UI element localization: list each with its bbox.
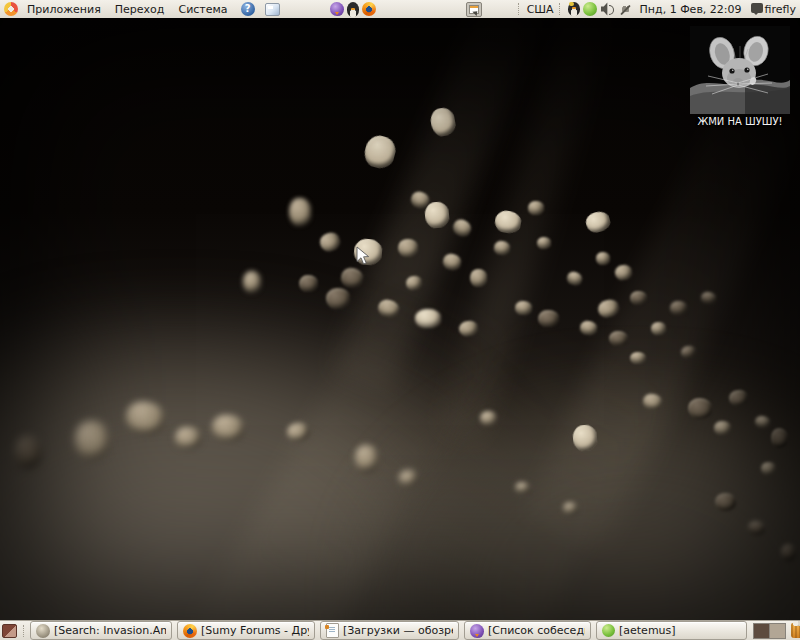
wallpaper-stone <box>353 238 383 266</box>
wallpaper-stone <box>429 106 457 138</box>
taskbar-window-label: [Search: Invasion.America ... <box>54 624 166 637</box>
wallpaper-stone <box>537 237 551 249</box>
wallpaper-stone <box>754 415 771 429</box>
display-icon[interactable] <box>265 3 280 16</box>
taskbar-window-4[interactable]: [Список собеседников] <box>464 621 591 640</box>
chat-bubble-icon <box>751 3 763 13</box>
wallpaper-stone <box>596 252 610 265</box>
menu-places[interactable]: Переход <box>108 2 172 17</box>
wallpaper-stone <box>211 414 245 443</box>
wallpaper-stone <box>450 217 474 240</box>
wallpaper-stone <box>325 286 351 309</box>
notification-area <box>568 2 633 16</box>
help-icon[interactable] <box>241 2 255 16</box>
taskbar: [Search: Invasion.America ...[Sumy Forum… <box>0 620 800 640</box>
wallpaper-stone <box>771 428 788 448</box>
wallpaper-stone <box>441 252 463 272</box>
workspace-1[interactable] <box>754 624 769 638</box>
wallpaper-stone <box>572 424 598 452</box>
ubuntu-menu-logo[interactable] <box>4 2 18 16</box>
applet-handle <box>559 3 563 15</box>
shushu-photo <box>690 26 790 114</box>
wallpaper-stone <box>243 271 261 293</box>
wallpaper-stone <box>493 240 511 257</box>
show-desktop-button[interactable] <box>2 624 17 638</box>
wallpaper-stone <box>670 301 687 315</box>
wallpaper-stone <box>565 269 584 286</box>
pidgin-icon <box>470 624 484 638</box>
wallpaper-stone <box>596 297 621 319</box>
wallpaper-stone <box>339 266 364 290</box>
wallpaper-stone <box>715 493 736 511</box>
wallpaper-ground-left <box>0 301 550 621</box>
tux-icon[interactable] <box>347 2 359 17</box>
wallpaper-stone <box>355 445 378 472</box>
wallpaper-stone <box>415 309 441 328</box>
pidgin-icon[interactable] <box>330 2 344 16</box>
wallpaper-stone <box>746 520 765 537</box>
network-offline-icon[interactable] <box>618 2 633 16</box>
clock-applet[interactable]: Пнд, 1 Фев, 22:09 <box>640 3 742 16</box>
firefox-icon <box>183 624 197 638</box>
desktop-icon-shushu[interactable]: ЖМИ НА ШУШУ! <box>688 26 792 127</box>
wallpaper-stone <box>175 427 201 449</box>
wallpaper-stone <box>528 201 544 215</box>
wallpaper-stone <box>584 209 612 235</box>
wallpaper-stone <box>376 297 401 319</box>
wallpaper-stone <box>15 436 41 468</box>
tux-tray-icon[interactable] <box>568 2 580 16</box>
status-available-icon <box>602 624 615 637</box>
panel-launchers <box>330 2 376 17</box>
wallpaper-stone <box>714 421 731 435</box>
wallpaper-stone <box>493 209 522 235</box>
wallpaper-stone <box>630 291 647 305</box>
desktop-screen: ПриложенияПереходСистема США Пнд, 1 Фев,… <box>0 0 800 640</box>
wallpaper-stone <box>289 198 311 226</box>
trash-applet[interactable] <box>791 623 800 638</box>
taskbar-window-label: [Список собеседников] <box>488 624 585 637</box>
wallpaper-stone <box>73 420 110 461</box>
wallpaper-stone <box>299 275 318 292</box>
volume-icon[interactable] <box>600 2 615 16</box>
taskbar-window-2[interactable]: [Sumy Forums - Друзья и ... <box>177 621 315 640</box>
taskbar-window-label: [Sumy Forums - Друзья и ... <box>201 624 309 637</box>
window-tray-icon[interactable] <box>466 2 482 17</box>
taskbar-window-label: [Загрузки — обозревате... <box>343 624 453 637</box>
wallpaper-stone <box>361 133 398 172</box>
top-panel: ПриложенияПереходСистема США Пнд, 1 Фев,… <box>0 0 800 19</box>
wallpaper-stone <box>680 345 697 359</box>
workspace-2[interactable] <box>769 624 785 638</box>
applet-handle <box>518 3 522 15</box>
applet-handle <box>23 625 24 637</box>
wallpaper-stone <box>781 544 796 561</box>
taskbar-window-1[interactable]: [Search: Invasion.America ... <box>30 621 172 640</box>
wallpaper-stone <box>405 275 423 292</box>
pidgin-status-icon[interactable] <box>583 2 597 16</box>
wallpaper-stone <box>480 411 497 426</box>
wallpaper-stone <box>538 310 559 327</box>
wallpaper-stone <box>318 230 343 254</box>
user-switcher[interactable]: firefly <box>765 3 796 16</box>
workspace-switcher <box>753 623 786 639</box>
menu-system[interactable]: Система <box>171 2 234 17</box>
wallpaper-stone <box>514 300 532 315</box>
wallpaper-stone <box>124 399 167 437</box>
wallpaper-stone <box>641 392 662 411</box>
wallpaper-stone <box>688 398 712 419</box>
menu-applications[interactable]: Приложения <box>20 2 108 17</box>
wallpaper-stone <box>650 321 666 335</box>
taskbar-window-5[interactable]: [aetemus] <box>596 621 747 640</box>
taskbar-window-3[interactable]: [Загрузки — обозревате... <box>320 621 459 640</box>
keyboard-layout-indicator[interactable]: США <box>527 3 554 16</box>
window-list: [Search: Invasion.America ...[Sumy Forum… <box>30 621 747 640</box>
downloads-icon <box>326 623 339 638</box>
taskbar-window-label: [aetemus] <box>619 624 676 637</box>
wallpaper-stone <box>563 502 578 515</box>
wallpaper-stone <box>760 461 776 475</box>
wallpaper-stone <box>398 239 418 257</box>
desktop-icon-label: ЖМИ НА ШУШУ! <box>688 116 792 127</box>
wallpaper-stone <box>457 319 478 337</box>
desktop-wallpaper: ЖМИ НА ШУШУ! <box>0 18 800 621</box>
firefox-icon[interactable] <box>362 2 376 16</box>
wallpaper-light-beam <box>191 254 519 621</box>
